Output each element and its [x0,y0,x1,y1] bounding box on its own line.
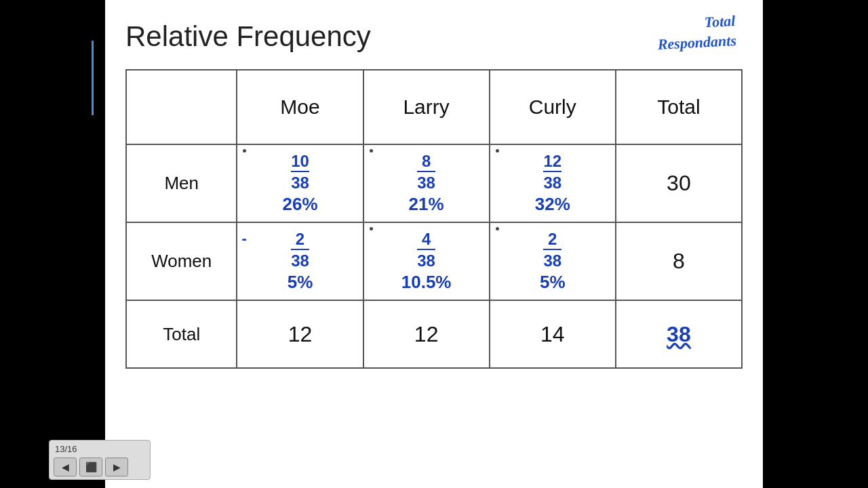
left-panel [0,0,105,488]
table-wrapper: Moe Larry Curly Total Men 10 38 26% [125,69,743,474]
cell-total-moe: 12 [237,300,363,368]
dash-women-moe: - [241,230,246,247]
nav-next-button[interactable]: ▶ [105,458,128,476]
title-area: Relative Frequency Total Respondants [125,14,743,53]
fraction-men-curly: 12 38 [543,152,561,192]
fraction-men-moe: 10 38 [291,152,309,192]
handwritten-women-curly: 2 38 5% [493,228,612,294]
cell-total-curly: 14 [490,300,616,368]
fraction-women-larry: 4 38 [417,230,435,270]
percent-women-moe: 5% [288,272,313,293]
denominator-women-curly: 38 [543,249,561,270]
total-curly: 14 [540,322,565,346]
annotation-total-respondants: Total Respondants [656,12,736,54]
cell-men-curly: 12 38 32% [490,144,616,222]
handwritten-men-moe: 10 38 26% [240,150,359,216]
denominator-men-larry: 38 [417,171,435,192]
cell-women-larry: 4 38 10.5% [363,222,490,300]
cell-total-total: 38 [616,300,742,368]
cell-total-larry: 12 [363,300,490,368]
slide-indicator: 13/16 [54,443,146,455]
handwritten-women-larry: 4 38 10.5% [367,228,486,294]
denominator-men-curly: 38 [543,171,561,192]
numerator-women-larry: 4 [422,230,431,249]
nav-next-icon: ▶ [113,462,121,472]
percent-women-larry: 10.5% [401,272,452,293]
header-empty [126,70,237,144]
nav-prev-icon: ◀ [62,462,69,472]
numerator-men-larry: 8 [422,152,431,171]
handwritten-men-curly: 12 38 32% [493,150,612,216]
numerator-women-curly: 2 [548,230,557,249]
denominator-men-moe: 38 [291,171,309,192]
right-panel [763,0,868,488]
table-row-total: Total 12 12 14 38 [126,300,742,368]
nav-home-icon: ⬛ [85,462,97,472]
cell-men-larry: 8 38 21% [363,144,490,222]
fraction-men-larry: 8 38 [417,152,435,192]
nav-buttons: ◀ ⬛ ▶ [54,458,146,476]
total-women: 8 [673,249,685,273]
cell-women-total: 8 [616,222,742,300]
grand-total: 38 [667,322,691,346]
total-men: 30 [667,171,691,195]
denominator-women-moe: 38 [291,249,309,270]
dot-men-larry [370,149,373,152]
nav-prev-button[interactable]: ◀ [54,458,77,476]
header-curly: Curly [490,70,616,144]
total-moe: 12 [288,322,313,346]
cell-men-total: 30 [616,144,742,222]
numerator-women-moe: 2 [296,230,304,249]
denominator-women-larry: 38 [417,249,435,270]
percent-men-moe: 26% [282,194,317,215]
dot-women-curly [496,227,499,230]
frequency-table: Moe Larry Curly Total Men 10 38 26% [125,69,743,369]
nav-home-button[interactable]: ⬛ [79,458,102,476]
numerator-men-curly: 12 [543,152,561,171]
dot-women-larry [370,227,373,230]
page-title: Relative Frequency [125,20,657,53]
main-content: Relative Frequency Total Respondants Moe… [105,0,763,488]
percent-women-curly: 5% [540,272,566,293]
percent-men-larry: 21% [409,194,444,215]
percent-men-curly: 32% [535,194,570,215]
header-total: Total [616,70,742,144]
table-row-women: Women - 2 38 5% 4 [126,222,742,300]
cell-women-curly: 2 38 5% [490,222,616,300]
row-label-total: Total [126,300,237,368]
table-row-men: Men 10 38 26% 8 [126,144,742,222]
handwritten-women-moe: 2 38 5% [240,228,359,294]
row-label-men: Men [126,144,237,222]
header-moe: Moe [237,70,363,144]
fraction-women-moe: 2 38 [291,230,309,270]
cell-women-moe: - 2 38 5% [237,222,363,300]
dot-men-curly [496,149,499,152]
header-row: Moe Larry Curly Total [126,70,742,144]
left-panel-line [92,41,94,115]
numerator-men-moe: 10 [291,152,309,171]
header-larry: Larry [363,70,490,144]
total-larry: 12 [414,322,439,346]
cell-men-moe: 10 38 26% [237,144,363,222]
fraction-women-curly: 2 38 [543,230,561,270]
nav-bar: 13/16 ◀ ⬛ ▶ [49,440,151,480]
row-label-women: Women [126,222,237,300]
handwritten-men-larry: 8 38 21% [367,150,486,216]
